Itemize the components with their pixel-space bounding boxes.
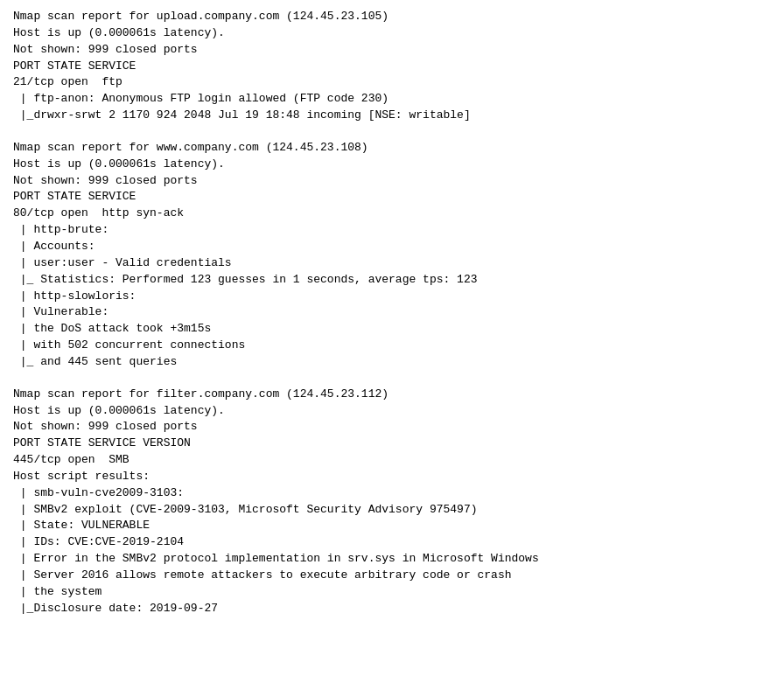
line-0-2: Not shown: 999 closed ports bbox=[13, 43, 198, 56]
line-0-1: Host is up (0.000061s latency). bbox=[13, 26, 225, 39]
line-0-6: |_drwxr-srwt 2 1170 924 2048 Jul 19 18:4… bbox=[13, 108, 471, 122]
line-1-8: |_ Statistics: Performed 123 guesses in … bbox=[13, 273, 478, 286]
line-0-4: 21/tcp open ftp bbox=[13, 75, 122, 88]
line-2-5: Host script results: bbox=[13, 470, 150, 483]
line-2-7: | SMBv2 exploit (CVE-2009-3103, Microsof… bbox=[13, 503, 478, 516]
line-2-13: |_Disclosure date: 2019-09-27 bbox=[13, 602, 218, 615]
line-1-11: | the DoS attack took +3m15s bbox=[13, 322, 211, 335]
line-2-3: PORT STATE SERVICE VERSION bbox=[13, 436, 191, 450]
line-2-4: 445/tcp open SMB bbox=[13, 453, 130, 466]
terminal-output: Nmap scan report for upload.company.com … bbox=[13, 9, 771, 617]
line-1-7: | user:user - Valid credentials bbox=[13, 256, 232, 269]
line-1-0: Nmap scan report for www.company.com (12… bbox=[13, 141, 368, 154]
line-1-4: 80/tcp open http syn-ack bbox=[13, 206, 184, 220]
line-2-2: Not shown: 999 closed ports bbox=[13, 420, 198, 433]
line-2-11: | Server 2016 allows remote attackers to… bbox=[13, 568, 512, 582]
line-1-3: PORT STATE SERVICE bbox=[13, 190, 136, 203]
scan-section-2: Nmap scan report for www.company.com (12… bbox=[13, 140, 771, 371]
line-1-10: | Vulnerable: bbox=[13, 305, 108, 318]
line-1-5: | http-brute: bbox=[13, 223, 108, 236]
scan-section-1: Nmap scan report for upload.company.com … bbox=[13, 9, 771, 124]
line-2-8: | State: VULNERABLE bbox=[13, 519, 150, 532]
line-0-0: Nmap scan report for upload.company.com … bbox=[13, 10, 388, 23]
line-1-9: | http-slowloris: bbox=[13, 289, 136, 303]
line-2-9: | IDs: CVE:CVE-2019-2104 bbox=[13, 535, 184, 548]
line-1-12: | with 502 concurrent connections bbox=[13, 338, 245, 352]
line-2-0: Nmap scan report for filter.company.com … bbox=[13, 387, 388, 401]
line-0-5: | ftp-anon: Anonymous FTP login allowed … bbox=[13, 92, 388, 105]
line-2-1: Host is up (0.000061s latency). bbox=[13, 404, 225, 417]
line-2-6: | smb-vuln-cve2009-3103: bbox=[13, 486, 184, 499]
scan-section-3: Nmap scan report for filter.company.com … bbox=[13, 387, 771, 617]
line-2-12: | the system bbox=[13, 585, 102, 598]
line-1-13: |_ and 445 sent queries bbox=[13, 355, 177, 368]
line-1-6: | Accounts: bbox=[13, 240, 95, 253]
line-0-3: PORT STATE SERVICE bbox=[13, 59, 136, 73]
line-1-1: Host is up (0.000061s latency). bbox=[13, 157, 225, 171]
line-2-10: | Error in the SMBv2 protocol implementa… bbox=[13, 552, 539, 565]
line-1-2: Not shown: 999 closed ports bbox=[13, 174, 198, 187]
